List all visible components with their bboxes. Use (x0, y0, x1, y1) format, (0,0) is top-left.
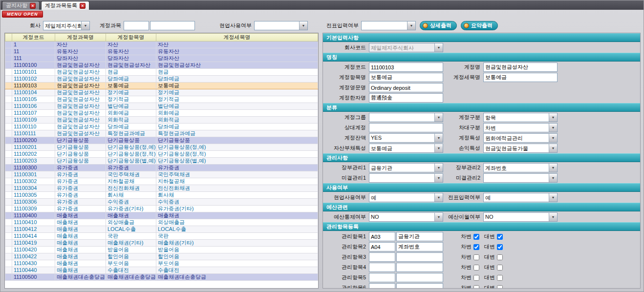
chevron-down-icon[interactable]: ▼ (549, 124, 557, 132)
chevron-down-icon[interactable]: ▼ (549, 174, 557, 182)
table-row[interactable]: 11100500매출채권대손충당금매출채권대손충당금매출채권대손충당금 (5, 274, 318, 281)
row-selector-cell[interactable] (5, 192, 12, 199)
item-name-input[interactable] (369, 73, 443, 82)
row-selector-cell[interactable] (5, 158, 12, 165)
row-selector-cell[interactable] (5, 165, 12, 171)
row-selector-cell[interactable] (5, 226, 12, 233)
mgmt-item-code-input[interactable] (369, 242, 395, 251)
mgmt-item-name-input[interactable] (396, 283, 443, 289)
chevron-down-icon[interactable]: ▼ (549, 164, 557, 172)
row-selector-cell[interactable] (5, 103, 12, 110)
row-selector-cell[interactable] (5, 247, 12, 253)
slip-input-filter-select[interactable]: ▼ (361, 21, 416, 30)
header-account-name[interactable]: 계정과목명 (55, 34, 106, 42)
row-selector-cell[interactable] (5, 240, 12, 247)
table-row[interactable]: 11100302유가증권지하철공채지하철공채 (5, 178, 318, 185)
table-row[interactable]: 11100200단기금융상품단기금융상품단기금융상품 (5, 137, 318, 144)
table-row[interactable]: 11100202단기금융상품단기금융상품(정,적)단기금융상품(정,적) (5, 151, 318, 158)
close-tab-icon[interactable]: × (80, 3, 86, 9)
row-selector-cell[interactable] (5, 69, 12, 76)
chevron-down-icon[interactable]: ▼ (434, 113, 443, 122)
credit-checkbox[interactable] (497, 265, 503, 271)
asset-liability-trait-select[interactable]: 보통예금 ▼ (369, 144, 443, 153)
debit-credit-division-select[interactable]: 차변 ▼ (483, 123, 558, 132)
table-row[interactable]: 11100100현금및현금성자산현금및현금성자산현금및현금성자산 (5, 62, 318, 69)
chevron-down-icon[interactable]: ▼ (407, 21, 415, 30)
opposite-account-input[interactable] (369, 123, 443, 132)
table-row[interactable]: 11100430매출채권부도어음부도어음 (5, 260, 318, 267)
row-selector-cell[interactable] (5, 76, 12, 83)
row-selector-cell[interactable] (5, 110, 12, 117)
table-row[interactable]: 11100410매출채권외상매출금외상매출금 (5, 219, 318, 226)
table-row[interactable]: 11100414매출채권국판국판 (5, 233, 318, 240)
table-row[interactable]: 11100400매출채권매출채권매출채권 (5, 212, 318, 219)
table-row[interactable]: 11100109현금및현금성자산외화적금외화적금 (5, 117, 318, 124)
english-name-input[interactable] (369, 83, 443, 92)
mgmt-item-code-input[interactable] (369, 273, 395, 282)
row-selector-cell[interactable] (5, 96, 12, 103)
table-row[interactable]: 11100111현금및현금성자산특정현금과예금특정현금과예금 (5, 130, 318, 137)
chevron-down-icon[interactable]: ▼ (549, 213, 557, 221)
table-row[interactable]: 11100110현금및현금성자산당좌예금당좌예금 (5, 124, 318, 130)
chevron-down-icon[interactable]: ▼ (434, 144, 443, 152)
row-selector-cell[interactable] (5, 260, 12, 267)
pending-mgmt1-select[interactable]: ▼ (369, 173, 443, 183)
header-account-item[interactable]: 계정항목명 (106, 34, 156, 42)
header-account-detail[interactable]: 계정세목명 (156, 34, 318, 42)
mgmt-item-code-input[interactable] (369, 283, 395, 289)
account-division-select[interactable]: 항목 ▼ (483, 113, 558, 122)
table-row[interactable]: 11100305유가증권회사채회사채 (5, 192, 318, 199)
chevron-down-icon[interactable]: ▼ (549, 134, 557, 142)
account-name-input[interactable] (483, 63, 558, 72)
row-selector-cell[interactable] (5, 62, 12, 69)
table-row[interactable]: 11100102현금및현금성자산당좌예금당좌예금 (5, 76, 318, 83)
account-group-select[interactable]: ▼ (369, 113, 443, 122)
mgmt-item-name-input[interactable] (396, 252, 443, 262)
table-row[interactable]: 11100301유가증권국민주택채권국민주택채권 (5, 171, 318, 178)
table-row[interactable]: 11100107현금및현금성자산외화예금외화예금 (5, 110, 318, 117)
account-name-filter-input[interactable] (150, 21, 195, 30)
debit-checkbox[interactable] (473, 234, 479, 240)
row-selector-cell[interactable] (5, 219, 12, 226)
row-selector-cell[interactable] (5, 117, 12, 124)
row-selector-cell[interactable] (5, 151, 12, 158)
credit-checkbox[interactable] (497, 234, 503, 240)
mgmt-item-name-input[interactable] (396, 242, 443, 251)
close-tab-icon[interactable]: × (30, 3, 36, 9)
table-row[interactable]: 11100103현금및현금성자산보통예금보통예금 (5, 83, 318, 89)
mgmt-item-code-input[interactable] (369, 252, 395, 262)
ledger-mgmt1-select[interactable]: 금융기관 ▼ (369, 163, 443, 172)
field-use-filter-select[interactable]: ▼ (254, 21, 308, 30)
field-use-select[interactable]: 예 ▼ (369, 193, 443, 202)
row-selector-cell[interactable] (5, 89, 12, 96)
row-selector-cell[interactable] (5, 171, 12, 178)
table-row[interactable]: 11100412매출채권LOCAL수출LOCAL수출 (5, 226, 318, 233)
row-selector-cell[interactable] (5, 212, 12, 219)
tab-notice[interactable]: 공지사항 × (2, 1, 40, 10)
row-selector-cell[interactable] (5, 267, 12, 274)
profit-loss-trait-select[interactable]: 현금및현금등가물 ▼ (483, 144, 558, 153)
budget-carryover-select[interactable]: NO ▼ (483, 212, 558, 222)
row-selector-cell[interactable] (5, 185, 12, 192)
chevron-down-icon[interactable]: ▼ (299, 21, 307, 30)
credit-checkbox[interactable] (497, 254, 503, 260)
table-row[interactable]: 11100106현금및현금성자산별단예금별단예금 (5, 103, 318, 110)
table-row[interactable]: 11100306유가증권수익증권수익증권 (5, 199, 318, 206)
mgmt-item-code-input[interactable] (369, 263, 395, 272)
account-code-filter-input[interactable] (124, 21, 149, 30)
slip-input-select[interactable]: 예 ▼ (483, 193, 558, 202)
table-row[interactable]: 11100420매출채권받을어음받을어음 (5, 247, 318, 253)
tab-account-registration[interactable]: 계정과목등록 × (41, 1, 89, 10)
row-selector-cell[interactable] (5, 48, 12, 55)
row-selector-cell[interactable] (5, 178, 12, 185)
budget-control-select[interactable]: NO ▼ (369, 212, 443, 222)
chevron-down-icon[interactable]: ▼ (434, 164, 443, 172)
row-selector-cell[interactable] (5, 42, 12, 48)
hanja-name-input[interactable] (369, 93, 443, 103)
table-row[interactable]: 11100104현금및현금성자산정기예금정기예금 (5, 89, 318, 96)
header-account-code[interactable]: 계정코드 (12, 34, 55, 42)
detail-name-input[interactable] (483, 73, 558, 82)
table-row[interactable]: 11100422매출채권할인어음할인어음 (5, 253, 318, 260)
chevron-down-icon[interactable]: ▼ (81, 21, 89, 30)
table-row[interactable]: 11100304유가증권전신전화채권전신전화채권 (5, 185, 318, 192)
